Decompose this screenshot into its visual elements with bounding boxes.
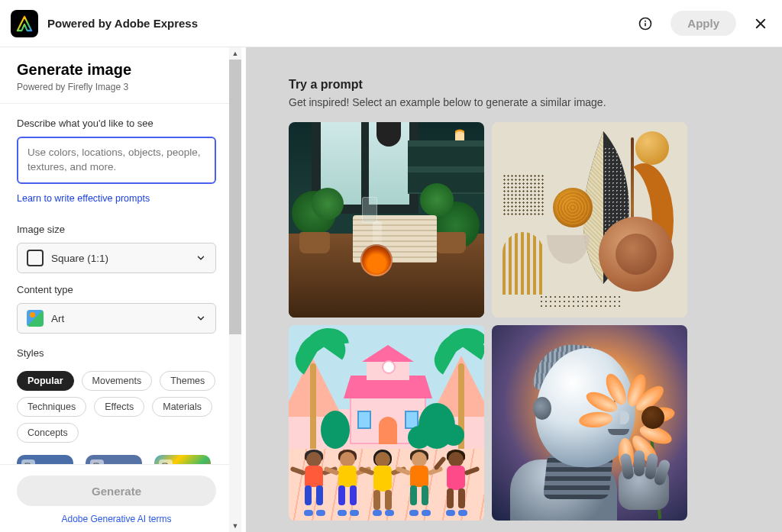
scroll-down-arrow-icon[interactable]: ▼ — [232, 520, 239, 532]
try-prompt-title: Try a prompt — [289, 78, 739, 92]
content-type-select[interactable]: Art — [17, 303, 216, 334]
try-prompt-subtitle: Get inspired! Select an example below to… — [289, 96, 739, 108]
style-pills: Popular Movements Themes Techniques Effe… — [17, 371, 216, 443]
svg-point-2 — [645, 20, 646, 21]
example-prompt-thumb[interactable] — [492, 325, 687, 521]
style-pill-movements[interactable]: Movements — [82, 371, 153, 391]
close-icon[interactable] — [753, 16, 768, 31]
style-swatch[interactable] — [86, 455, 142, 464]
style-pill-effects[interactable]: Effects — [94, 397, 144, 417]
svg-rect-5 — [25, 463, 30, 464]
prompt-input[interactable]: Use colors, locations, objects, people, … — [17, 137, 216, 184]
example-prompt-thumb[interactable] — [289, 325, 484, 521]
generate-button[interactable]: Generate — [17, 476, 216, 506]
multi-icon — [159, 459, 173, 464]
apply-button[interactable]: Apply — [671, 11, 736, 36]
style-swatch[interactable] — [17, 455, 73, 464]
content-type-label: Content type — [17, 284, 216, 295]
svg-rect-9 — [163, 463, 167, 464]
example-prompt-thumb[interactable] — [289, 122, 484, 318]
describe-label: Describe what you'd like to see — [17, 118, 216, 129]
image-size-select[interactable]: Square (1:1) — [17, 243, 216, 273]
sidebar-scrollbar[interactable]: ▲ ▼ — [229, 47, 241, 532]
styles-label: Styles — [17, 347, 216, 359]
example-prompt-thumb[interactable] — [492, 122, 687, 318]
style-pill-materials[interactable]: Materials — [152, 397, 212, 417]
panel-subheading: Powered by Firefly Image 3 — [17, 82, 216, 92]
style-pill-techniques[interactable]: Techniques — [17, 397, 86, 417]
style-pill-popular[interactable]: Popular — [17, 371, 74, 391]
info-icon[interactable] — [637, 15, 654, 32]
panel-heading: Generate image — [17, 61, 216, 79]
content-type-value: Art — [51, 313, 188, 324]
svg-rect-7 — [94, 463, 99, 464]
style-pill-themes[interactable]: Themes — [160, 371, 215, 391]
learn-prompts-link[interactable]: Learn to write effective prompts — [17, 193, 216, 204]
ai-terms-link[interactable]: Adobe Generative AI terms — [17, 514, 216, 524]
square-ratio-icon — [27, 250, 44, 266]
multi-icon — [90, 459, 104, 464]
image-size-label: Image size — [17, 224, 216, 235]
multi-icon — [21, 459, 35, 464]
art-icon — [27, 310, 44, 327]
chevron-down-icon — [196, 313, 206, 324]
chevron-down-icon — [196, 253, 206, 263]
scroll-up-arrow-icon[interactable]: ▲ — [232, 47, 239, 60]
scrollbar-thumb[interactable] — [229, 60, 241, 334]
image-size-value: Square (1:1) — [51, 253, 188, 264]
topbar-title: Powered by Adobe Express — [47, 17, 628, 30]
style-pill-concepts[interactable]: Concepts — [17, 423, 79, 443]
prompt-placeholder: Use colors, locations, objects, people, … — [27, 147, 201, 172]
adobe-express-logo — [11, 10, 38, 37]
style-swatch[interactable] — [154, 455, 211, 464]
